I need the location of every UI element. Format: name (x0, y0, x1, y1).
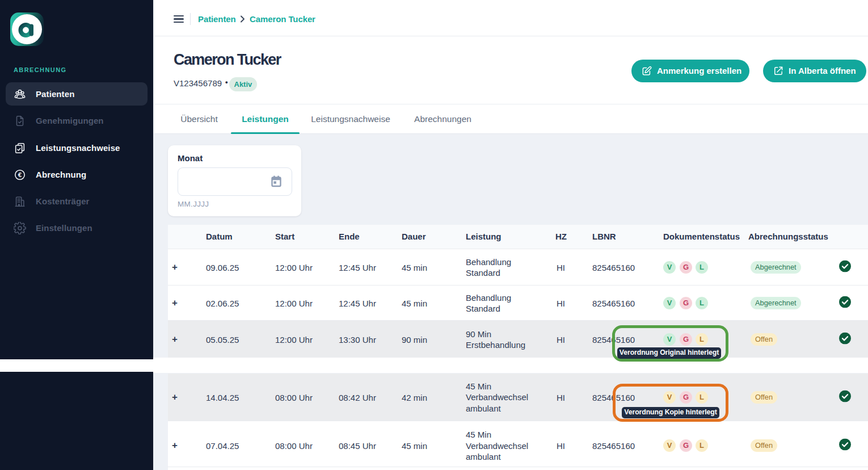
svg-text:€: € (18, 171, 22, 178)
